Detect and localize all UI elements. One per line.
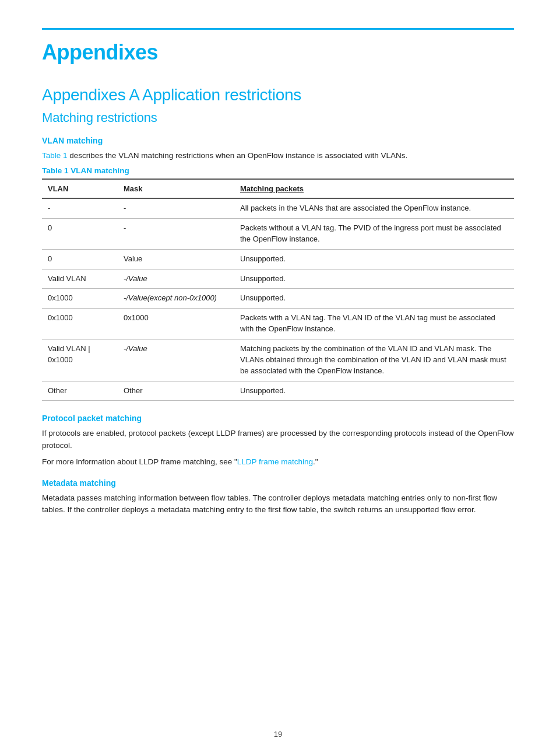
section-title: Appendixes A Application restrictions bbox=[42, 86, 514, 104]
col-matching-header: Matching packets bbox=[234, 179, 514, 198]
vlan-intro-text: describes the VLAN matching restrictions… bbox=[69, 151, 407, 160]
vlan-heading: VLAN matching bbox=[42, 136, 514, 145]
cell-mask: 0x1000 bbox=[118, 309, 234, 340]
metadata-heading: Metadata matching bbox=[42, 478, 514, 488]
protocol-body2-suffix: ." bbox=[313, 457, 318, 466]
protocol-section: Protocol packet matching If protocols ar… bbox=[42, 414, 514, 468]
cell-matching: Matching packets by the combination of t… bbox=[234, 340, 514, 382]
vlan-table: VLAN Mask Matching packets --All packets… bbox=[42, 178, 514, 401]
protocol-body2: For more information about LLDP frame ma… bbox=[42, 456, 514, 468]
page: Appendixes Appendixes A Application rest… bbox=[0, 0, 556, 756]
cell-matching: Unsupported. bbox=[234, 269, 514, 289]
cell-mask: - bbox=[118, 219, 234, 250]
col-mask-header: Mask bbox=[118, 179, 234, 198]
table1-link[interactable]: Table 1 bbox=[42, 151, 68, 160]
table-row: 0x10000x1000Packets with a VLAN tag. The… bbox=[42, 309, 514, 340]
col-vlan-header: VLAN bbox=[42, 179, 118, 198]
lldp-frame-matching-link[interactable]: LLDP frame matching bbox=[237, 457, 313, 466]
cell-vlan: 0x1000 bbox=[42, 289, 118, 309]
metadata-body: Metadata passes matching information bet… bbox=[42, 492, 514, 516]
subsection-title: Matching restrictions bbox=[42, 110, 514, 125]
cell-vlan: - bbox=[42, 198, 118, 218]
main-title: Appendixes bbox=[42, 40, 514, 65]
cell-vlan: 0 bbox=[42, 249, 118, 269]
protocol-body2-prefix: For more information about LLDP frame ma… bbox=[42, 457, 237, 466]
table-row: --All packets in the VLANs that are asso… bbox=[42, 198, 514, 218]
protocol-body1: If protocols are enabled, protocol packe… bbox=[42, 428, 514, 452]
top-rule bbox=[42, 28, 514, 30]
metadata-section: Metadata matching Metadata passes matchi… bbox=[42, 478, 514, 516]
cell-mask: Other bbox=[118, 381, 234, 401]
cell-vlan: Other bbox=[42, 381, 118, 401]
protocol-heading: Protocol packet matching bbox=[42, 414, 514, 423]
cell-matching: Packets with a VLAN tag. The VLAN ID of … bbox=[234, 309, 514, 340]
cell-mask: -/Value bbox=[118, 340, 234, 382]
cell-mask: -/Value(except non-0x1000) bbox=[118, 289, 234, 309]
cell-vlan: Valid VLAN bbox=[42, 269, 118, 289]
table-row: Valid VLAN-/ValueUnsupported. bbox=[42, 269, 514, 289]
vlan-matching-section: VLAN matching Table 1 describes the VLAN… bbox=[42, 136, 514, 401]
table-row: 0-Packets without a VLAN tag. The PVID o… bbox=[42, 219, 514, 250]
cell-vlan: 0 bbox=[42, 219, 118, 250]
cell-matching: All packets in the VLANs that are associ… bbox=[234, 198, 514, 218]
cell-matching: Unsupported. bbox=[234, 381, 514, 401]
table-row: Valid VLAN | 0x1000-/ValueMatching packe… bbox=[42, 340, 514, 382]
table-row: 0x1000-/Value(except non-0x1000)Unsuppor… bbox=[42, 289, 514, 309]
cell-matching: Packets without a VLAN tag. The PVID of … bbox=[234, 219, 514, 250]
table-label: Table 1 VLAN matching bbox=[42, 166, 514, 175]
table-row: 0ValueUnsupported. bbox=[42, 249, 514, 269]
cell-mask: Value bbox=[118, 249, 234, 269]
cell-vlan: Valid VLAN | 0x1000 bbox=[42, 340, 118, 382]
cell-vlan: 0x1000 bbox=[42, 309, 118, 340]
cell-mask: -/Value bbox=[118, 269, 234, 289]
table-row: OtherOtherUnsupported. bbox=[42, 381, 514, 401]
cell-mask: - bbox=[118, 198, 234, 218]
cell-matching: Unsupported. bbox=[234, 249, 514, 269]
table-header-row: VLAN Mask Matching packets bbox=[42, 179, 514, 198]
vlan-intro: Table 1 describes the VLAN matching rest… bbox=[42, 150, 514, 162]
cell-matching: Unsupported. bbox=[234, 289, 514, 309]
page-number: 19 bbox=[0, 730, 556, 738]
